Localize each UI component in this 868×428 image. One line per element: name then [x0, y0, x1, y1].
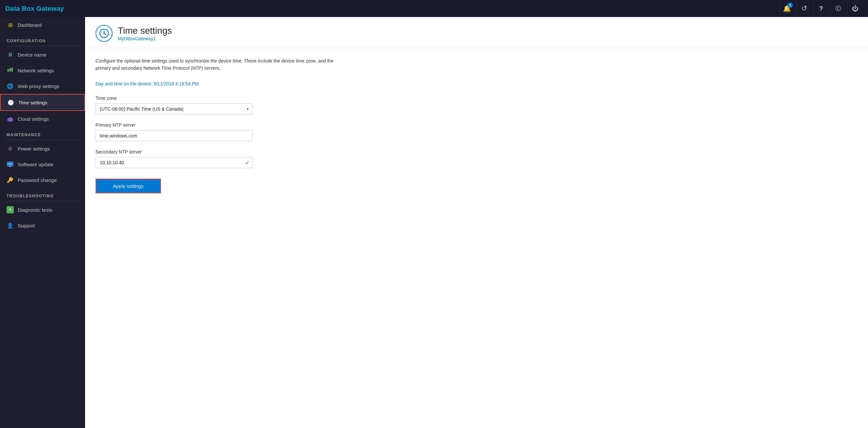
sidebar-item-label: Web proxy settings	[18, 84, 59, 89]
support-icon: 👤	[6, 222, 14, 229]
refresh-icon: ↺	[801, 4, 807, 13]
device-time: Day and time on the device: 9/11/2018 4:…	[96, 81, 858, 86]
primary-ntp-label: Primary NTP server	[96, 122, 253, 128]
page-title: Time settings	[118, 26, 172, 36]
sidebar-item-web-proxy-settings[interactable]: 🌐 Web proxy settings	[0, 78, 85, 94]
time-zone-select-wrapper: (UTC-08:00) Pacific Time (US & Canada)(U…	[96, 103, 253, 115]
svg-rect-8	[8, 163, 12, 165]
time-zone-select[interactable]: (UTC-08:00) Pacific Time (US & Canada)(U…	[96, 103, 253, 115]
secondary-ntp-input-wrapper: ✔	[96, 157, 253, 168]
time-settings-icon: 🕐	[7, 99, 14, 106]
info-button[interactable]: Ⓒ	[830, 0, 846, 17]
sidebar-item-label: Cloud settings	[18, 116, 49, 122]
sidebar-item-label: Power settings	[18, 146, 50, 152]
svg-rect-0	[7, 69, 9, 72]
dashboard-icon: ⊞	[6, 21, 14, 28]
sidebar-item-power-settings[interactable]: ⚙ Power settings	[0, 141, 85, 156]
device-time-value: 9/11/2018 4:16:54 PM	[153, 81, 198, 86]
troubleshooting-section-label: TROUBLESHOOTING	[0, 188, 85, 200]
help-icon: ?	[819, 5, 823, 12]
main-layout: ⊞ Dashboard CONFIGURATION 🖥 Device name …	[0, 17, 868, 428]
time-zone-group: Time zone (UTC-08:00) Pacific Time (US &…	[96, 96, 253, 115]
maintenance-section-label: MAINTENANCE	[0, 127, 85, 139]
device-time-label: Day and time on the device:	[96, 81, 153, 86]
time-zone-label: Time zone	[96, 96, 253, 101]
troubleshooting-divider	[6, 201, 79, 201]
primary-ntp-group: Primary NTP server	[96, 122, 253, 141]
svg-point-13	[103, 33, 105, 34]
sidebar-item-label: Device name	[18, 52, 46, 58]
content-header: Time settings MyDBoxGateway1	[85, 17, 868, 48]
page-icon	[96, 25, 113, 42]
topbar: Data Box Gateway 🔔 1 ↺ ? Ⓒ ⏻	[0, 0, 868, 17]
sidebar-item-label: Support	[18, 223, 35, 228]
web-proxy-icon: 🌐	[6, 83, 14, 90]
power-settings-icon: ⚙	[6, 145, 14, 152]
secondary-ntp-group: Secondary NTP server ✔	[96, 149, 253, 168]
sidebar-item-label: Diagnostic tests	[18, 207, 52, 213]
power-icon: ⏻	[852, 5, 859, 12]
power-button[interactable]: ⏻	[847, 0, 863, 17]
svg-point-6	[9, 118, 11, 120]
sidebar-item-label: Password change	[18, 177, 57, 183]
description-text: Configure the optional time settings use…	[96, 57, 341, 72]
diagnostic-tests-icon: +	[6, 206, 14, 213]
page-subtitle: MyDBoxGateway1	[118, 36, 172, 41]
maintenance-divider	[6, 140, 79, 140]
check-icon: ✔	[245, 159, 249, 165]
content-header-text: Time settings MyDBoxGateway1	[118, 26, 172, 41]
sidebar-item-cloud-settings[interactable]: Cloud settings	[0, 111, 85, 127]
sidebar-item-label: Software update	[18, 162, 53, 167]
secondary-ntp-input[interactable]	[96, 157, 253, 168]
topbar-icons: 🔔 1 ↺ ? Ⓒ ⏻	[779, 0, 863, 17]
sidebar-item-label: Dashboard	[18, 22, 41, 28]
sidebar-item-dashboard[interactable]: ⊞ Dashboard	[0, 17, 85, 33]
content-body: Configure the optional time settings use…	[85, 48, 868, 203]
sidebar-item-time-settings[interactable]: 🕐 Time settings	[0, 94, 85, 111]
sidebar-item-password-change[interactable]: 🔑 Password change	[0, 172, 85, 188]
sidebar-item-support[interactable]: 👤 Support	[0, 218, 85, 233]
svg-rect-9	[9, 166, 11, 167]
network-settings-icon	[6, 67, 14, 74]
config-divider	[6, 46, 79, 46]
device-name-icon: 🖥	[6, 51, 14, 58]
svg-rect-1	[9, 68, 11, 72]
notification-badge: 1	[787, 3, 793, 8]
sidebar-item-label: Time settings	[18, 100, 48, 105]
configuration-section-label: CONFIGURATION	[0, 33, 85, 45]
help-button[interactable]: ?	[813, 0, 829, 17]
notification-button[interactable]: 🔔 1	[779, 0, 795, 17]
main-content: Time settings MyDBoxGateway1 Configure t…	[85, 17, 868, 428]
apply-settings-button[interactable]: Apply settings	[96, 179, 161, 193]
sidebar-item-diagnostic-tests[interactable]: + Diagnostic tests	[0, 202, 85, 218]
cloud-settings-icon	[6, 115, 14, 122]
refresh-button[interactable]: ↺	[796, 0, 812, 17]
software-update-icon	[6, 161, 14, 168]
secondary-ntp-label: Secondary NTP server	[96, 149, 253, 154]
password-change-icon: 🔑	[6, 176, 14, 184]
svg-rect-2	[11, 67, 13, 72]
info-icon: Ⓒ	[835, 5, 841, 12]
app-title: Data Box Gateway	[5, 5, 64, 12]
sidebar-item-label: Network settings	[18, 68, 54, 73]
sidebar-item-network-settings[interactable]: Network settings	[0, 62, 85, 78]
sidebar-item-device-name[interactable]: 🖥 Device name	[0, 47, 85, 62]
sidebar: ⊞ Dashboard CONFIGURATION 🖥 Device name …	[0, 17, 85, 428]
sidebar-item-software-update[interactable]: Software update	[0, 156, 85, 172]
primary-ntp-input[interactable]	[96, 130, 253, 141]
